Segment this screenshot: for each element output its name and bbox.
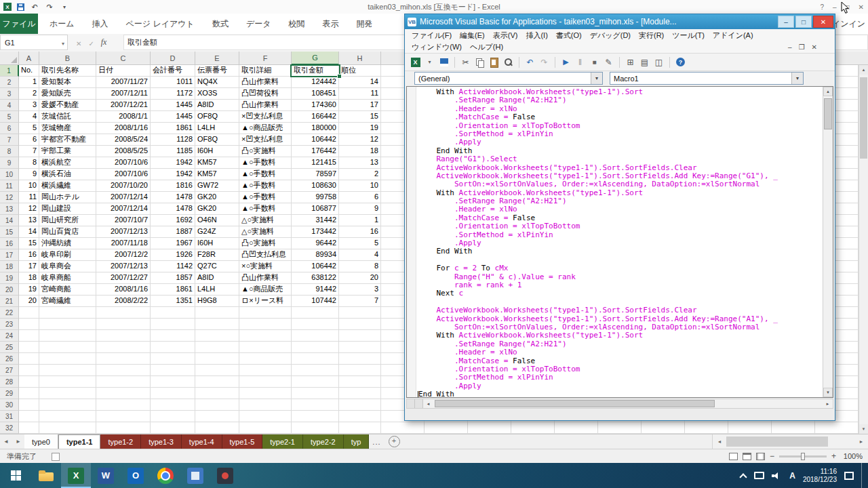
sheet-hscroll-thumb[interactable] <box>726 436 828 447</box>
cell-H26[interactable] <box>339 353 381 365</box>
cell-C19[interactable]: 2007/12/27 <box>96 272 151 284</box>
vba-titlebar[interactable]: Microsoft Visual Basic for Applications … <box>405 14 835 29</box>
cell-E27[interactable] <box>195 365 239 376</box>
cell-E1[interactable]: 伝票番号 <box>195 65 239 77</box>
cell-G14[interactable]: 31442 <box>292 215 339 226</box>
cell-A32[interactable] <box>19 422 39 434</box>
cell-E6[interactable]: L4LH <box>195 123 239 134</box>
column-header-D[interactable]: D <box>151 52 195 65</box>
cell-F4[interactable]: 凸山作業料 <box>239 100 292 111</box>
app-blue-taskbar-button[interactable] <box>180 463 210 488</box>
cell-H10[interactable]: 2 <box>339 169 381 180</box>
cell-G13[interactable]: 106877 <box>292 203 339 215</box>
cell-G29[interactable] <box>292 388 339 399</box>
row-header-7[interactable]: 7 <box>0 134 19 146</box>
cell-A30[interactable] <box>19 399 39 411</box>
row-header-28[interactable]: 28 <box>0 376 19 388</box>
cell-A4[interactable]: 3 <box>19 100 39 111</box>
cell-G18[interactable]: 106442 <box>292 261 339 272</box>
cell-F6[interactable]: ▲○商品販売 <box>239 123 292 134</box>
word-taskbar-button[interactable] <box>91 463 121 488</box>
view-excel-icon[interactable] <box>409 56 422 68</box>
row-header-24[interactable]: 24 <box>0 330 19 342</box>
cell-B28[interactable] <box>39 376 96 388</box>
cell-E15[interactable]: G24Z <box>195 226 239 238</box>
row-header-1[interactable]: 1 <box>0 65 19 77</box>
cell-D8[interactable]: 1185 <box>151 146 195 157</box>
action-center-icon[interactable] <box>844 472 854 480</box>
cell-A7[interactable]: 6 <box>19 134 39 146</box>
cell-A31[interactable] <box>19 411 39 422</box>
cell-F24[interactable] <box>239 330 292 342</box>
cell-F1[interactable]: 取引詳細 <box>239 65 292 77</box>
cell-G1[interactable]: 取引金額 <box>292 65 339 77</box>
excel-taskbar-button[interactable] <box>61 463 91 488</box>
new-sheet-button[interactable]: + <box>389 436 400 447</box>
cell-G22[interactable] <box>292 307 339 319</box>
cell-B23[interactable] <box>39 319 96 330</box>
run-icon[interactable] <box>559 56 572 68</box>
row-header-17[interactable]: 17 <box>0 249 19 261</box>
cell-C7[interactable]: 2008/5/24 <box>96 134 151 146</box>
cell-F10[interactable]: ▲○手数料 <box>239 169 292 180</box>
cell-D14[interactable]: 1692 <box>151 215 195 226</box>
close-icon[interactable] <box>859 3 864 11</box>
enter-icon[interactable] <box>88 37 94 49</box>
cell-B11[interactable]: 横浜繊維 <box>39 180 96 192</box>
cell-A2[interactable]: 1 <box>19 77 39 88</box>
cell-D29[interactable] <box>151 388 195 399</box>
cell-F28[interactable] <box>239 376 292 388</box>
display-icon[interactable] <box>754 472 764 479</box>
cell-B7[interactable]: 宇都宮不動産 <box>39 134 96 146</box>
cell-H13[interactable]: 9 <box>339 203 381 215</box>
cell-G31[interactable] <box>292 411 339 422</box>
row-header-22[interactable]: 22 <box>0 307 19 319</box>
row-header-15[interactable]: 15 <box>0 226 19 238</box>
cell-C23[interactable] <box>96 319 151 330</box>
cell-D6[interactable]: 1861 <box>151 123 195 134</box>
cell-F19[interactable]: 凸山作業料 <box>239 272 292 284</box>
cell-A5[interactable]: 4 <box>19 111 39 123</box>
cell-G27[interactable] <box>292 365 339 376</box>
scroll-left-icon[interactable] <box>423 399 433 408</box>
show-desktop-button[interactable] <box>861 463 865 488</box>
cell-B21[interactable]: 宮崎繊維 <box>39 296 96 307</box>
cell-B30[interactable] <box>39 399 96 411</box>
cell-F2[interactable]: 凸山作業料 <box>239 77 292 88</box>
sheet-horizontal-scrollbar[interactable] <box>712 434 868 449</box>
reset-icon[interactable] <box>588 56 601 68</box>
vba-menu-1[interactable]: 編集(E) <box>456 30 489 41</box>
sheet-tab-type0[interactable]: type0 <box>24 434 58 449</box>
cell-G21[interactable]: 107442 <box>292 296 339 307</box>
cell-C2[interactable]: 2007/11/27 <box>96 77 151 88</box>
cell-A17[interactable]: 16 <box>19 249 39 261</box>
cell-D27[interactable] <box>151 365 195 376</box>
cell-D5[interactable]: 1445 <box>151 111 195 123</box>
cell-C3[interactable]: 2007/12/11 <box>96 88 151 100</box>
cell-D23[interactable] <box>151 319 195 330</box>
properties-window-icon[interactable] <box>638 56 651 68</box>
cell-H1[interactable]: 順位 <box>339 65 381 77</box>
cell-B22[interactable] <box>39 307 96 319</box>
cell-C15[interactable]: 2007/12/13 <box>96 226 151 238</box>
cell-E17[interactable]: F28R <box>195 249 239 261</box>
cell-E9[interactable]: KM57 <box>195 157 239 169</box>
module-close-icon[interactable] <box>812 43 817 51</box>
code-vertical-scrollbar[interactable] <box>823 87 833 397</box>
cell-D18[interactable]: 1142 <box>151 261 195 272</box>
cell-D11[interactable]: 1816 <box>151 180 195 192</box>
sheet-vscroll-thumb[interactable] <box>860 77 867 159</box>
cell-G5[interactable]: 166442 <box>292 111 339 123</box>
cell-B3[interactable]: 愛知販売 <box>39 88 96 100</box>
cell-D30[interactable] <box>151 399 195 411</box>
vba-menu-row2-1[interactable]: ヘルプ(H) <box>466 42 507 52</box>
cell-E31[interactable] <box>195 411 239 422</box>
cell-C8[interactable]: 2008/5/25 <box>96 146 151 157</box>
cell-B19[interactable]: 岐阜商船 <box>39 272 96 284</box>
cell-B16[interactable]: 沖縄紡績 <box>39 238 96 249</box>
find-icon[interactable] <box>502 56 515 68</box>
cell-F17[interactable]: 凸凹支払利息 <box>239 249 292 261</box>
cell-C29[interactable] <box>96 388 151 399</box>
sheet-tab-type2-1[interactable]: type2-1 <box>262 434 303 449</box>
ribbon-tab-2[interactable]: ページ レイアウト <box>117 14 203 34</box>
